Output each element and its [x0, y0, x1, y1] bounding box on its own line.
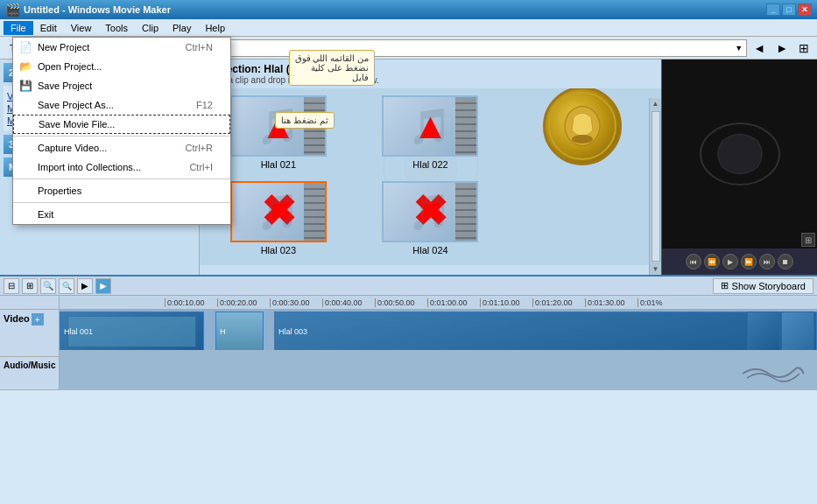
nav-back-btn[interactable]: ◄	[749, 38, 770, 58]
tl-zoom-out-btn[interactable]: 🔍	[59, 278, 74, 294]
audio-track-content[interactable]	[60, 350, 817, 390]
play-btn[interactable]: ▶	[722, 254, 738, 270]
menu-item-file[interactable]: File	[4, 21, 33, 35]
ruler-6: 0:01:10.00	[480, 298, 532, 307]
open-project-label: Open Project...	[38, 61, 102, 72]
ruler-8: 0:01:30.00	[585, 298, 637, 307]
next-end-btn[interactable]: ⏭	[759, 254, 775, 270]
maximize-button[interactable]: □	[782, 4, 796, 16]
ruler-0: 0:00:10.00	[165, 298, 217, 307]
menu-item-view[interactable]: View	[64, 21, 99, 35]
capture-video-icon	[18, 141, 32, 155]
open-project-annotation: من القائمه اللي فوقنضغط على كليةفايل	[289, 50, 375, 86]
audio-label-text: Audio/Music	[4, 360, 55, 370]
timeline-toolbar: ⊟ ⊞ 🔍 🔍 ▶ ▶ ⊞ Show Storyboard	[0, 276, 817, 296]
ruler-3: 0:00:40.00	[322, 298, 375, 307]
scroll-down-btn[interactable]: ▼	[651, 263, 661, 275]
timeline-clip-h[interactable]: H	[215, 312, 264, 350]
preview-panel: ⊞ ⏮ ⏪ ▶ ⏩ ⏭ ⏹	[661, 60, 817, 275]
capture-video-shortcut: Ctrl+R	[186, 143, 213, 153]
menu-exit[interactable]: Exit	[13, 205, 230, 224]
menu-save-project[interactable]: 💾 Save Project	[13, 76, 230, 95]
expand-icon: ⊞	[805, 235, 812, 245]
close-button[interactable]: ✕	[798, 4, 812, 16]
minimize-button[interactable]: _	[766, 4, 780, 16]
menu-open-project[interactable]: 📂 Open Project... من القائمه اللي فوقنضغ…	[13, 57, 230, 76]
svg-point-2	[572, 135, 593, 144]
rewind-btn[interactable]: ⏪	[704, 254, 720, 270]
preview-screen: ⊞	[662, 60, 817, 248]
content-panel: Collection: Hlal (1) Drag a clip and dro…	[200, 60, 661, 275]
menu-import-collections[interactable]: Import into Collections... Ctrl+I	[13, 158, 230, 177]
ruler-7: 0:01:20.00	[532, 298, 585, 307]
menu-item-edit[interactable]: Edit	[33, 21, 64, 35]
menu-item-help[interactable]: Help	[198, 21, 232, 35]
fast-forward-btn[interactable]: ⏩	[741, 254, 757, 270]
clip-label-003: Hlal 003	[275, 327, 311, 336]
properties-icon	[18, 184, 32, 198]
prev-start-btn[interactable]: ⏮	[686, 254, 701, 270]
save-movie-label: Save Movie File...	[39, 119, 115, 130]
ruler-2: 0:00:30.00	[270, 298, 322, 307]
menu-bar: File Edit View Tools Clip Play Help	[0, 19, 817, 37]
show-storyboard-btn[interactable]: ⊞ Show Storyboard	[713, 278, 813, 294]
menu-item-tools[interactable]: Tools	[98, 21, 135, 35]
save-movie-icon	[19, 117, 33, 131]
save-movie-annotation: ثم نضغط هنا	[275, 112, 335, 129]
open-project-icon: 📂	[18, 60, 32, 74]
tl-stop-btn[interactable]: ▶	[95, 278, 111, 294]
save-project-as-icon	[18, 98, 32, 112]
properties-label: Properties	[38, 186, 81, 196]
menu-properties[interactable]: Properties	[13, 181, 230, 200]
exit-label: Exit	[38, 209, 53, 220]
video-add-btn[interactable]: +	[32, 313, 44, 326]
app-title: Untitled - Windows Movie Maker	[24, 4, 171, 15]
ruler-1: 0:00:20.00	[217, 298, 270, 307]
menu-sep-2	[13, 178, 230, 179]
menu-save-movie-file[interactable]: Save Movie File... ثم نضغط هنا	[13, 115, 230, 134]
filmstrip-022	[455, 97, 476, 155]
video-track-label: Video +	[0, 310, 60, 357]
view-grid-btn[interactable]: ⊞	[794, 38, 813, 58]
timeline-clip-hlal003[interactable]: Hlal 003	[274, 312, 817, 350]
audio-track-label: Audio/Music	[0, 357, 60, 390]
capture-video-label: Capture Video...	[38, 143, 107, 153]
import-icon	[18, 160, 32, 174]
ruler-4: 0:00:50.00	[375, 298, 427, 307]
save-project-icon: 💾	[18, 79, 32, 93]
menu-item-clip[interactable]: Clip	[135, 21, 166, 35]
save-project-as-label: Save Project As...	[38, 100, 114, 110]
timeline-clip-hlal001[interactable]: Hlal 001	[60, 312, 204, 350]
file-dropdown-menu: 📄 New Project Ctrl+N 📂 Open Project... م…	[12, 37, 231, 225]
clip-thumb-hlal023: 🎵 ✖	[230, 181, 327, 242]
tl-next-btn[interactable]: ⊞	[22, 278, 38, 294]
tl-prev-btn[interactable]: ⊟	[4, 278, 19, 294]
new-project-shortcut: Ctrl+N	[186, 42, 213, 52]
stop-btn[interactable]: ⏹	[778, 254, 793, 270]
import-shortcut: Ctrl+I	[189, 162, 213, 172]
video-track-content[interactable]: Hlal 001 H Hlal 003	[60, 310, 817, 350]
menu-sep-3	[13, 202, 230, 203]
menu-save-project-as[interactable]: Save Project As... F12	[13, 95, 230, 115]
preview-controls: ⏮ ⏪ ▶ ⏩ ⏭ ⏹	[662, 248, 817, 275]
save-project-as-shortcut: F12	[196, 100, 213, 110]
clip-label-h: H	[216, 327, 229, 336]
show-storyboard-label: Show Storyboard	[732, 281, 806, 291]
clip-thumb-hlal022: 🎵 ▲	[382, 95, 478, 157]
menu-capture-video[interactable]: Capture Video... Ctrl+R	[13, 138, 230, 158]
title-bar: 🎬 Untitled - Windows Movie Maker _ □ ✕	[0, 0, 817, 19]
ruler-9: 0:01%	[637, 298, 690, 307]
scroll-up-btn[interactable]: ▲	[651, 98, 661, 109]
menu-sep-1	[13, 136, 230, 136]
ruler-5: 0:01:00.00	[427, 298, 480, 307]
new-project-icon: 📄	[18, 40, 32, 54]
nav-forward-btn[interactable]: ►	[771, 38, 792, 58]
save-project-label: Save Project	[38, 80, 92, 91]
import-label: Import into Collections...	[38, 162, 141, 172]
menu-item-play[interactable]: Play	[166, 21, 198, 35]
menu-new-project[interactable]: 📄 New Project Ctrl+N	[13, 38, 230, 57]
tl-play-btn[interactable]: ▶	[77, 278, 93, 294]
tl-zoom-in-btn[interactable]: 🔍	[40, 278, 56, 294]
storyboard-icon: ⊞	[721, 280, 729, 291]
preview-expand-btn[interactable]: ⊞	[801, 233, 815, 247]
